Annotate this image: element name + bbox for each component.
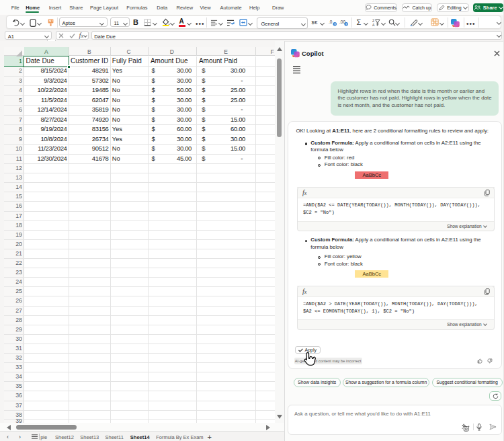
svg-text:A: A: [372, 22, 375, 26]
svg-text:.0: .0: [329, 19, 333, 24]
